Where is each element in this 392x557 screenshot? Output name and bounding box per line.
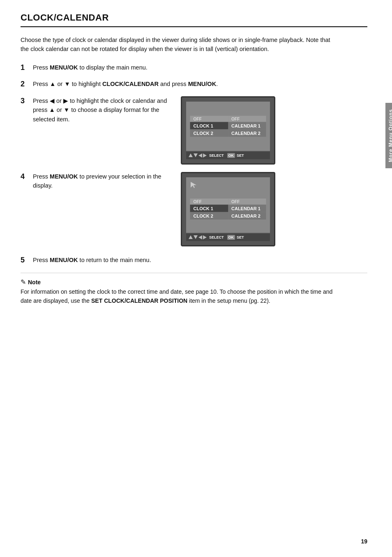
step-4-text: Press MENU/OK to preview your selection … bbox=[33, 172, 173, 190]
page-number: 19 bbox=[361, 538, 367, 545]
step-2-bold2: MENU/OK bbox=[188, 81, 216, 87]
cursor-indicator bbox=[189, 181, 198, 190]
step-1: 1 Press MENU/OK to display the main menu… bbox=[21, 63, 367, 72]
step-2-number: 2 bbox=[21, 79, 33, 88]
set-label-1: SET bbox=[237, 153, 244, 158]
set-label-2: SET bbox=[237, 235, 244, 239]
camera-screen-1: OFF OFF CLOCK 1 CALENDAR 1 CLOCK 2 CALEN… bbox=[181, 96, 275, 165]
step-5-number: 5 bbox=[21, 255, 33, 265]
down-arrow-icon-2 bbox=[194, 235, 198, 239]
ok-badge-2: OK bbox=[227, 235, 235, 240]
menu-cell-calendar2: CALENDAR 2 bbox=[228, 129, 266, 137]
select-label-2: SELECT bbox=[209, 235, 224, 239]
left-arrow-icon-2 bbox=[198, 235, 202, 239]
step-3-number: 3 bbox=[21, 96, 33, 105]
menu-cell-calendar2-2: CALENDAR 2 bbox=[228, 212, 266, 220]
camera-screen-2-inner: OFF OFF CLOCK 1 CALENDAR 1 CLOCK 2 CALEN… bbox=[186, 177, 270, 233]
step-3: 3 Press ◀ or ▶ to highlight the clock or… bbox=[21, 96, 367, 165]
menu-cell-calendar1-2: CALENDAR 1 bbox=[228, 205, 266, 212]
step-3-text: Press ◀ or ▶ to highlight the clock or c… bbox=[33, 96, 173, 124]
note-label: Note bbox=[28, 279, 41, 285]
note-divider bbox=[21, 273, 367, 273]
note-icon: ✎ bbox=[21, 278, 26, 286]
menu-cell-off-left: OFF bbox=[190, 116, 228, 122]
ok-text-1: OK bbox=[228, 153, 234, 158]
svg-marker-0 bbox=[191, 182, 196, 188]
menu-table-2: OFF OFF CLOCK 1 CALENDAR 1 CLOCK 2 CALEN… bbox=[190, 199, 266, 220]
right-arrow-icon bbox=[203, 153, 207, 158]
page-container: More Menu Options CLOCK/CALENDAR Choose … bbox=[0, 0, 392, 557]
menu-row-clock1: CLOCK 1 CALENDAR 1 bbox=[190, 122, 266, 129]
cursor-arrow-icon bbox=[189, 181, 198, 189]
step-4-bold: MENU/OK bbox=[50, 173, 78, 180]
step-2-bold1: CLOCK/CALENDAR bbox=[102, 81, 159, 87]
select-label-1: SELECT bbox=[209, 153, 224, 158]
right-arrow-icon-2 bbox=[203, 235, 207, 239]
camera-screen-2: OFF OFF CLOCK 1 CALENDAR 1 CLOCK 2 CALEN… bbox=[181, 172, 275, 246]
nav-controls-2 bbox=[189, 235, 207, 239]
menu-cell-clock1-2: CLOCK 1 bbox=[190, 205, 228, 212]
up-arrow-icon bbox=[189, 153, 193, 157]
step-2: 2 Press ▲ or ▼ to highlight CLOCK/CALEND… bbox=[21, 79, 367, 88]
intro-text: Choose the type of clock or calendar dis… bbox=[21, 35, 333, 54]
menu-cell-off-right-2: OFF bbox=[228, 199, 266, 205]
step-5: 5 Press MENU/OK to return to the main me… bbox=[21, 255, 367, 265]
step-4-number: 4 bbox=[21, 172, 33, 181]
page-title: CLOCK/CALENDAR bbox=[21, 12, 367, 27]
camera-bottom-bar-2: SELECT OK SET bbox=[186, 234, 270, 241]
step-3-layout: Press ◀ or ▶ to highlight the clock or c… bbox=[33, 96, 275, 165]
step-1-content: Press MENU/OK to display the main menu. bbox=[33, 63, 367, 72]
menu-cell-off-left-2: OFF bbox=[190, 199, 228, 205]
note-bold: SET CLOCK/CALENDAR POSITION bbox=[91, 297, 187, 304]
menu-row-clock2: CLOCK 2 CALENDAR 2 bbox=[190, 129, 266, 137]
note-text: For information on setting the clock to … bbox=[21, 288, 333, 305]
step-2-content: Press ▲ or ▼ to highlight CLOCK/CALENDAR… bbox=[33, 79, 367, 88]
menu-row-clock1-2: CLOCK 1 CALENDAR 1 bbox=[190, 205, 266, 212]
note-header: ✎ Note bbox=[21, 278, 367, 286]
menu-cell-clock1: CLOCK 1 bbox=[190, 122, 228, 129]
side-tab: More Menu Options bbox=[385, 103, 392, 168]
step-4: 4 Press MENU/OK to preview your selectio… bbox=[21, 172, 367, 246]
left-arrow-icon bbox=[198, 153, 202, 158]
step-5-content: Press MENU/OK to return to the main menu… bbox=[33, 255, 367, 265]
step-5-bold: MENU/OK bbox=[50, 257, 78, 263]
note-section: ✎ Note For information on setting the cl… bbox=[21, 273, 367, 305]
camera-bottom-bar-1: SELECT OK SET bbox=[186, 152, 270, 159]
menu-cell-calendar1: CALENDAR 1 bbox=[228, 122, 266, 129]
ok-badge-1: OK bbox=[227, 153, 235, 158]
step-1-number: 1 bbox=[21, 63, 33, 72]
menu-row-clock2-2: CLOCK 2 CALENDAR 2 bbox=[190, 212, 266, 220]
camera-screen-1-inner: OFF OFF CLOCK 1 CALENDAR 1 CLOCK 2 CALEN… bbox=[186, 102, 270, 151]
step-4-layout: Press MENU/OK to preview your selection … bbox=[33, 172, 275, 246]
nav-controls-1 bbox=[189, 153, 207, 158]
menu-table-1: OFF OFF CLOCK 1 CALENDAR 1 CLOCK 2 CALEN… bbox=[190, 116, 266, 137]
menu-cell-clock2: CLOCK 2 bbox=[190, 129, 228, 137]
menu-cell-off-right: OFF bbox=[228, 116, 266, 122]
up-arrow-icon-2 bbox=[189, 235, 193, 239]
step-1-bold: MENU/OK bbox=[50, 64, 78, 71]
menu-row-off: OFF OFF bbox=[190, 116, 266, 122]
menu-row-off-2: OFF OFF bbox=[190, 199, 266, 205]
ok-text-2: OK bbox=[228, 235, 234, 239]
side-tab-label: More Menu Options bbox=[388, 109, 392, 162]
menu-cell-clock2-2: CLOCK 2 bbox=[190, 212, 228, 220]
down-arrow-icon bbox=[194, 153, 198, 157]
